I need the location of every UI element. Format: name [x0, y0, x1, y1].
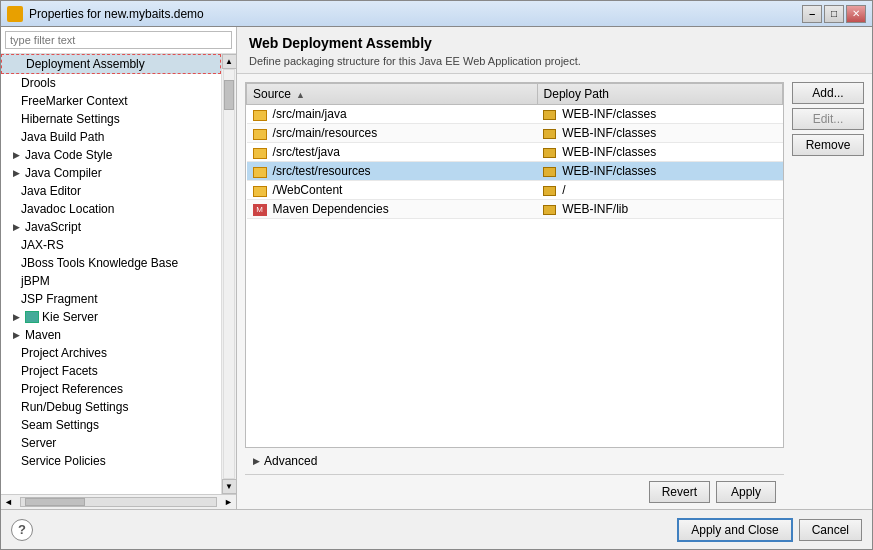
cancel-button[interactable]: Cancel [799, 519, 862, 541]
sidebar-item-label: Run/Debug Settings [21, 400, 128, 414]
revert-button[interactable]: Revert [649, 481, 710, 503]
sidebar-item-label: Java Code Style [25, 148, 112, 162]
sidebar-item-java-build-path[interactable]: Java Build Path [1, 128, 221, 146]
sidebar-item-label: Javadoc Location [21, 202, 114, 216]
edit-button[interactable]: Edit... [792, 108, 864, 130]
bottom-bar: ? Apply and Close Cancel [1, 509, 872, 549]
titlebar-controls: ‒ □ ✕ [802, 5, 866, 23]
sidebar-item-jbpm[interactable]: jBPM [1, 272, 221, 290]
expand-icon: ▶ [13, 330, 23, 340]
sidebar-item-service-policies[interactable]: Service Policies [1, 452, 221, 470]
kie-server-icon [25, 311, 39, 323]
folder-icon [253, 148, 267, 159]
left-panel-inner: Deployment Assembly Drools FreeMarker Co… [1, 54, 236, 494]
apply-button[interactable]: Apply [716, 481, 776, 503]
sidebar-item-label: Java Compiler [25, 166, 102, 180]
maximize-button[interactable]: □ [824, 5, 844, 23]
panel-title: Web Deployment Assembly [249, 35, 860, 51]
table-row[interactable]: /src/main/resources WEB-INF/classes [247, 124, 783, 143]
scroll-thumb[interactable] [224, 80, 234, 110]
folder-icon [543, 186, 556, 196]
advanced-section[interactable]: ▶ Advanced [245, 448, 784, 474]
remove-button[interactable]: Remove [792, 134, 864, 156]
source-cell: /src/test/java [247, 143, 538, 162]
sidebar-item-hibernate[interactable]: Hibernate Settings [1, 110, 221, 128]
source-cell: /src/test/resources [247, 162, 538, 181]
sidebar-item-jboss-tools[interactable]: JBoss Tools Knowledge Base [1, 254, 221, 272]
deploy-path-column-header[interactable]: Deploy Path [537, 84, 782, 105]
source-cell: /src/main/java [247, 105, 538, 124]
scroll-track[interactable] [223, 69, 235, 479]
sidebar-item-label: Project Archives [21, 346, 107, 360]
left-panel: Deployment Assembly Drools FreeMarker Co… [1, 27, 237, 509]
titlebar-left: Properties for new.mybaits.demo [7, 6, 204, 22]
folder-icon [253, 167, 267, 178]
sidebar-item-java-code-style[interactable]: ▶ Java Code Style [1, 146, 221, 164]
sidebar-item-javascript[interactable]: ▶ JavaScript [1, 218, 221, 236]
sidebar-item-project-facets[interactable]: Project Facets [1, 362, 221, 380]
sidebar-item-jsp-fragment[interactable]: JSP Fragment [1, 290, 221, 308]
sidebar-item-seam[interactable]: Seam Settings [1, 416, 221, 434]
folder-icon [253, 129, 267, 140]
add-button[interactable]: Add... [792, 82, 864, 104]
tree-content: Deployment Assembly Drools FreeMarker Co… [1, 54, 221, 494]
table-row[interactable]: M Maven Dependencies WEB-INF/lib [247, 200, 783, 219]
folder-icon [543, 110, 556, 120]
sidebar-item-kie-server[interactable]: ▶ Kie Server [1, 308, 221, 326]
expand-icon: ▶ [13, 312, 23, 322]
table-row[interactable]: /src/main/java WEB-INF/classes [247, 105, 783, 124]
main-content: Deployment Assembly Drools FreeMarker Co… [1, 27, 872, 509]
sidebar-item-freemarker[interactable]: FreeMarker Context [1, 92, 221, 110]
sidebar-item-java-compiler[interactable]: ▶ Java Compiler [1, 164, 221, 182]
sidebar-item-run-debug[interactable]: Run/Debug Settings [1, 398, 221, 416]
bottom-btn-panel: Revert Apply [245, 474, 784, 509]
sidebar-item-javadoc[interactable]: Javadoc Location [1, 200, 221, 218]
minimize-button[interactable]: ‒ [802, 5, 822, 23]
deploy-path-cell: WEB-INF/classes [537, 162, 782, 181]
scroll-left-arrow[interactable]: ◄ [1, 497, 16, 507]
table-row-selected[interactable]: /src/test/resources WEB-INF/classes [247, 162, 783, 181]
scroll-up-arrow[interactable]: ▲ [222, 54, 237, 69]
sidebar-item-server[interactable]: Server [1, 434, 221, 452]
sidebar-item-label: Kie Server [42, 310, 98, 324]
help-button[interactable]: ? [11, 519, 33, 541]
sidebar-item-label: JBoss Tools Knowledge Base [21, 256, 178, 270]
sidebar-item-drools[interactable]: Drools [1, 74, 221, 92]
sidebar-item-project-references[interactable]: Project References [1, 380, 221, 398]
h-scroll-track[interactable] [20, 497, 217, 507]
scroll-right-arrow[interactable]: ► [221, 497, 236, 507]
right-header: Web Deployment Assembly Define packaging… [237, 27, 872, 74]
sidebar-item-label: FreeMarker Context [21, 94, 128, 108]
sidebar-item-label: Service Policies [21, 454, 106, 468]
table-row[interactable]: /WebContent / [247, 181, 783, 200]
apply-close-button[interactable]: Apply and Close [677, 518, 792, 542]
filter-input[interactable] [5, 31, 232, 49]
sidebar-item-project-archives[interactable]: Project Archives [1, 344, 221, 362]
sidebar-item-jax-rs[interactable]: JAX-RS [1, 236, 221, 254]
properties-window: Properties for new.mybaits.demo ‒ □ ✕ De… [0, 0, 873, 550]
sidebar-item-label: Java Editor [21, 184, 81, 198]
deploy-path-cell: WEB-INF/classes [537, 105, 782, 124]
sidebar-item-label: Java Build Path [21, 130, 104, 144]
scroll-down-arrow[interactable]: ▼ [222, 479, 237, 494]
deploy-path-cell: WEB-INF/classes [537, 124, 782, 143]
close-button[interactable]: ✕ [846, 5, 866, 23]
table-wrapper: Source ▲ Deploy Path [245, 82, 784, 448]
sidebar-item-label: jBPM [21, 274, 50, 288]
sort-arrow: ▲ [296, 90, 305, 100]
sidebar-item-label: Server [21, 436, 56, 450]
h-scroll-thumb[interactable] [25, 498, 85, 506]
source-cell: /src/main/resources [247, 124, 538, 143]
advanced-expand-icon: ▶ [253, 456, 260, 466]
horizontal-scrollbar[interactable]: ◄ ► [1, 494, 236, 509]
table-row[interactable]: /src/test/java WEB-INF/classes [247, 143, 783, 162]
window-title: Properties for new.mybaits.demo [29, 7, 204, 21]
panel-description: Define packaging structure for this Java… [249, 55, 860, 67]
sidebar-item-maven[interactable]: ▶ Maven [1, 326, 221, 344]
sidebar-item-deployment-assembly[interactable]: Deployment Assembly [1, 54, 221, 74]
window-icon [7, 6, 23, 22]
source-column-header[interactable]: Source ▲ [247, 84, 538, 105]
sidebar-item-java-editor[interactable]: Java Editor [1, 182, 221, 200]
folder-icon [253, 186, 267, 197]
deploy-path-cell: WEB-INF/classes [537, 143, 782, 162]
